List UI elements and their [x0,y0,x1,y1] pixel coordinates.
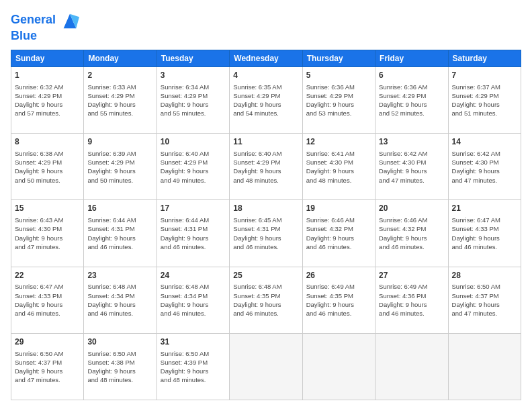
calendar-day-cell: 8Sunrise: 6:38 AM Sunset: 4:29 PM Daylig… [11,134,84,200]
calendar-day-cell: 18Sunrise: 6:45 AM Sunset: 4:31 PM Dayli… [230,200,302,267]
day-info: Sunrise: 6:46 AM Sunset: 4:32 PM Dayligh… [306,216,371,251]
day-number: 25 [233,270,298,281]
day-info: Sunrise: 6:47 AM Sunset: 4:33 PM Dayligh… [452,216,517,251]
header: General Blue [11,11,521,43]
day-number: 1 [15,70,80,81]
day-number: 9 [87,136,152,148]
day-info: Sunrise: 6:40 AM Sunset: 4:29 PM Dayligh… [161,149,226,185]
day-number: 20 [379,203,444,214]
calendar-header-row: SundayMondayTuesdayWednesdayThursdayFrid… [11,50,521,66]
day-info: Sunrise: 6:39 AM Sunset: 4:29 PM Dayligh… [87,149,152,185]
day-info: Sunrise: 6:49 AM Sunset: 4:35 PM Dayligh… [306,282,371,318]
day-info: Sunrise: 6:36 AM Sunset: 4:29 PM Dayligh… [379,83,444,118]
calendar-day-cell: 13Sunrise: 6:42 AM Sunset: 4:30 PM Dayli… [375,134,448,200]
day-number: 18 [233,203,298,214]
day-number: 23 [87,270,152,281]
calendar-day-cell: 16Sunrise: 6:44 AM Sunset: 4:31 PM Dayli… [84,200,157,267]
calendar-day-cell: 21Sunrise: 6:47 AM Sunset: 4:33 PM Dayli… [448,200,521,267]
calendar-day-cell: 19Sunrise: 6:46 AM Sunset: 4:32 PM Dayli… [302,200,375,267]
day-info: Sunrise: 6:49 AM Sunset: 4:36 PM Dayligh… [379,282,444,318]
day-info: Sunrise: 6:50 AM Sunset: 4:38 PM Dayligh… [87,349,152,385]
calendar-day-cell: 12Sunrise: 6:41 AM Sunset: 4:30 PM Dayli… [302,134,375,200]
day-number: 22 [15,270,80,281]
day-number: 7 [452,70,517,81]
calendar-day-cell: 7Sunrise: 6:37 AM Sunset: 4:29 PM Daylig… [448,66,521,133]
day-number: 19 [306,203,371,214]
logo-text: General [11,11,79,30]
day-number: 15 [15,203,80,214]
calendar-day-cell: 1Sunrise: 6:32 AM Sunset: 4:29 PM Daylig… [11,66,84,133]
day-info: Sunrise: 6:43 AM Sunset: 4:30 PM Dayligh… [15,216,80,251]
day-number: 17 [161,203,226,214]
day-info: Sunrise: 6:50 AM Sunset: 4:37 PM Dayligh… [452,282,517,318]
calendar-day-cell: 31Sunrise: 6:50 AM Sunset: 4:39 PM Dayli… [157,333,229,400]
calendar-day-cell: 5Sunrise: 6:36 AM Sunset: 4:29 PM Daylig… [302,66,375,133]
day-info: Sunrise: 6:37 AM Sunset: 4:29 PM Dayligh… [452,83,517,118]
day-info: Sunrise: 6:33 AM Sunset: 4:29 PM Dayligh… [87,83,152,118]
day-info: Sunrise: 6:50 AM Sunset: 4:37 PM Dayligh… [15,349,80,385]
calendar-day-cell: 2Sunrise: 6:33 AM Sunset: 4:29 PM Daylig… [84,66,157,133]
calendar-day-cell: 30Sunrise: 6:50 AM Sunset: 4:38 PM Dayli… [84,333,157,400]
day-number: 14 [452,136,517,148]
calendar-day-cell: 11Sunrise: 6:40 AM Sunset: 4:29 PM Dayli… [230,134,302,200]
day-info: Sunrise: 6:48 AM Sunset: 4:34 PM Dayligh… [87,282,152,318]
day-number: 29 [15,336,80,348]
day-info: Sunrise: 6:35 AM Sunset: 4:29 PM Dayligh… [233,83,298,118]
calendar-day-cell: 9Sunrise: 6:39 AM Sunset: 4:29 PM Daylig… [84,134,157,200]
day-number: 2 [87,70,152,81]
calendar-day-cell: 10Sunrise: 6:40 AM Sunset: 4:29 PM Dayli… [157,134,229,200]
day-number: 11 [233,136,298,148]
day-number: 30 [87,336,152,348]
calendar-day-cell: 17Sunrise: 6:44 AM Sunset: 4:31 PM Dayli… [157,200,229,267]
calendar-week-row: 29Sunrise: 6:50 AM Sunset: 4:37 PM Dayli… [11,333,521,400]
calendar-day-cell: 22Sunrise: 6:47 AM Sunset: 4:33 PM Dayli… [11,267,84,333]
day-number: 24 [161,270,226,281]
calendar-day-cell: 20Sunrise: 6:46 AM Sunset: 4:32 PM Dayli… [375,200,448,267]
calendar-day-cell [230,333,302,400]
calendar-table: SundayMondayTuesdayWednesdayThursdayFrid… [11,50,521,400]
day-number: 3 [161,70,226,81]
calendar-day-cell [448,333,521,400]
logo-blue: Blue [11,30,79,43]
calendar-day-cell: 24Sunrise: 6:48 AM Sunset: 4:34 PM Dayli… [157,267,229,333]
day-info: Sunrise: 6:41 AM Sunset: 4:30 PM Dayligh… [306,149,371,185]
calendar-week-row: 22Sunrise: 6:47 AM Sunset: 4:33 PM Dayli… [11,267,521,333]
weekday-header-wednesday: Wednesday [230,50,302,66]
day-number: 8 [15,136,80,148]
day-info: Sunrise: 6:48 AM Sunset: 4:34 PM Dayligh… [161,282,226,318]
calendar-day-cell [302,333,375,400]
calendar-day-cell: 3Sunrise: 6:34 AM Sunset: 4:29 PM Daylig… [157,66,229,133]
day-info: Sunrise: 6:32 AM Sunset: 4:29 PM Dayligh… [15,83,80,118]
calendar-week-row: 1Sunrise: 6:32 AM Sunset: 4:29 PM Daylig… [11,66,521,133]
day-info: Sunrise: 6:47 AM Sunset: 4:33 PM Dayligh… [15,282,80,318]
calendar-day-cell: 4Sunrise: 6:35 AM Sunset: 4:29 PM Daylig… [230,66,302,133]
calendar-day-cell: 26Sunrise: 6:49 AM Sunset: 4:35 PM Dayli… [302,267,375,333]
calendar-day-cell: 15Sunrise: 6:43 AM Sunset: 4:30 PM Dayli… [11,200,84,267]
day-info: Sunrise: 6:45 AM Sunset: 4:31 PM Dayligh… [233,216,298,251]
day-info: Sunrise: 6:34 AM Sunset: 4:29 PM Dayligh… [161,83,226,118]
weekday-header-sunday: Sunday [11,50,84,66]
weekday-header-saturday: Saturday [448,50,521,66]
day-info: Sunrise: 6:44 AM Sunset: 4:31 PM Dayligh… [87,216,152,251]
day-number: 5 [306,70,371,81]
calendar-day-cell: 28Sunrise: 6:50 AM Sunset: 4:37 PM Dayli… [448,267,521,333]
page: General Blue SundayMondayTuesdayWednesda… [0,0,532,411]
calendar-week-row: 8Sunrise: 6:38 AM Sunset: 4:29 PM Daylig… [11,134,521,200]
day-number: 10 [161,136,226,148]
weekday-header-tuesday: Tuesday [157,50,229,66]
calendar-day-cell: 14Sunrise: 6:42 AM Sunset: 4:30 PM Dayli… [448,134,521,200]
day-number: 12 [306,136,371,148]
calendar-day-cell: 6Sunrise: 6:36 AM Sunset: 4:29 PM Daylig… [375,66,448,133]
day-number: 31 [161,336,226,348]
weekday-header-thursday: Thursday [302,50,375,66]
day-info: Sunrise: 6:38 AM Sunset: 4:29 PM Dayligh… [15,149,80,185]
day-number: 4 [233,70,298,81]
day-info: Sunrise: 6:44 AM Sunset: 4:31 PM Dayligh… [161,216,226,251]
weekday-header-friday: Friday [375,50,448,66]
day-number: 6 [379,70,444,81]
day-info: Sunrise: 6:42 AM Sunset: 4:30 PM Dayligh… [452,149,517,185]
day-info: Sunrise: 6:42 AM Sunset: 4:30 PM Dayligh… [379,149,444,185]
day-number: 13 [379,136,444,148]
logo-icon [60,11,79,30]
calendar-day-cell [375,333,448,400]
